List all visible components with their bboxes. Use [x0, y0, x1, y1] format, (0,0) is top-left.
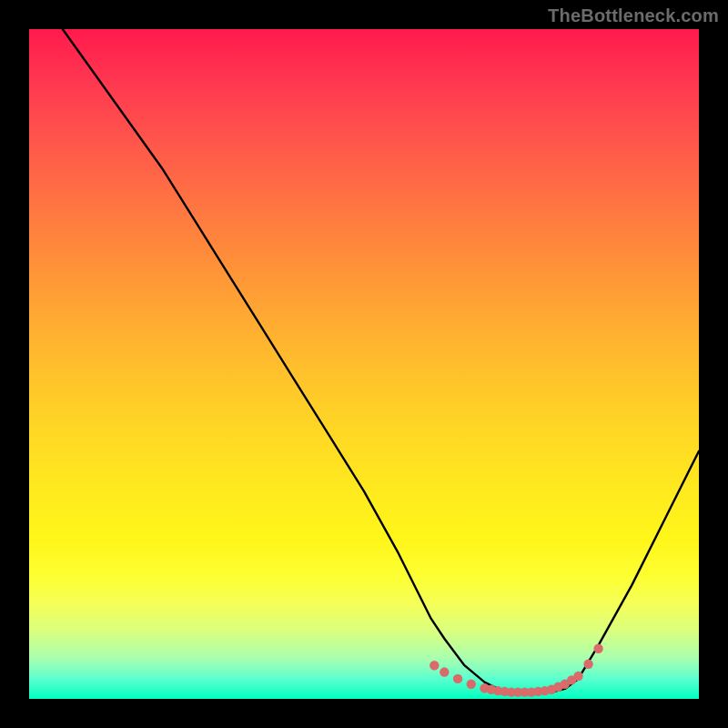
watermark-text: TheBottleneck.com — [548, 5, 719, 26]
optimal-zone-dot — [467, 680, 476, 689]
plot-area — [29, 29, 699, 699]
optimal-zone-dot — [573, 672, 582, 681]
optimal-zone-dot — [430, 661, 439, 670]
optimal-zone-dot — [583, 660, 592, 669]
bottleneck-curve-svg — [29, 29, 699, 699]
optimal-zone-dot — [440, 667, 449, 676]
bottleneck-curve — [63, 29, 699, 693]
chart-frame: TheBottleneck.com — [0, 0, 728, 728]
optimal-zone-dot — [453, 674, 462, 683]
optimal-zone-dot — [593, 644, 602, 653]
